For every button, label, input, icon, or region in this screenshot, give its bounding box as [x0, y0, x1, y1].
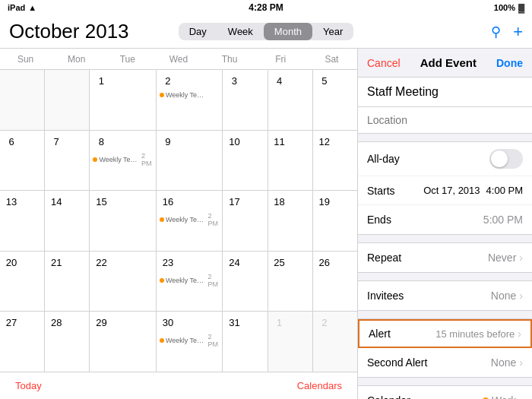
date-number: 4: [271, 73, 288, 90]
event-title-section: [358, 78, 532, 134]
second-alert-row[interactable]: Second Alert None ›: [358, 348, 532, 377]
event-dot: [160, 217, 164, 222]
date-number: 31: [226, 315, 242, 331]
calendar-cell[interactable]: 17: [223, 191, 267, 251]
calendar-cell[interactable]: 9: [157, 131, 223, 191]
event-dot: [160, 338, 164, 343]
calendar-cell[interactable]: 4: [268, 70, 312, 130]
event-text: Weekly Team Me...: [99, 156, 140, 163]
calendar-grid: 12Weekly Team...345678Weekly Team Me...2…: [0, 70, 357, 372]
event-title-input[interactable]: [358, 78, 532, 107]
today-button[interactable]: Today: [15, 380, 42, 391]
calendar-cell[interactable]: 21: [45, 252, 89, 312]
date-number: 2: [160, 73, 176, 90]
event-time: 2 PM: [208, 212, 220, 227]
date-number: 17: [226, 194, 242, 211]
day-headers: Sun Mon Tue Wed Thu Fri Sat: [0, 49, 357, 70]
calendar-cell[interactable]: 24: [223, 252, 267, 312]
calendar-cell[interactable]: 2Weekly Team...: [157, 70, 223, 130]
calendar-section: Calendar Work ›: [358, 385, 532, 399]
search-icon[interactable]: ⚲: [491, 24, 501, 40]
calendar-cell[interactable]: [0, 70, 44, 130]
calendar-row[interactable]: Calendar Work ›: [358, 386, 532, 399]
calendar-cell[interactable]: 1: [268, 312, 312, 372]
calendar-cell[interactable]: 20: [0, 252, 44, 312]
second-alert-chevron-icon: ›: [519, 356, 523, 369]
calendar-cell[interactable]: 14: [45, 191, 89, 251]
calendars-button[interactable]: Calendars: [297, 380, 342, 391]
date-number: 21: [48, 255, 65, 271]
calendar-cell[interactable]: 19: [313, 191, 357, 251]
date-number: 23: [160, 255, 176, 271]
alert-row[interactable]: Alert 15 minutes before ›: [358, 319, 532, 348]
list-item[interactable]: Weekly Team...: [160, 91, 220, 99]
calendar-cell[interactable]: 27: [0, 312, 44, 372]
date-number: 7: [48, 134, 65, 150]
repeat-section: Repeat Never ›: [358, 242, 532, 273]
event-text: Weekly Team Me...: [166, 216, 207, 223]
day-header-thu: Thu: [204, 49, 255, 70]
event-time: 2 PM: [208, 273, 220, 288]
date-number: 29: [93, 315, 109, 331]
calendar-cell[interactable]: 10: [223, 131, 267, 191]
calendar-cell[interactable]: 28: [45, 312, 89, 372]
event-panel: Cancel Add Event Done All-day Starts Oct…: [357, 49, 532, 399]
calendar-cell[interactable]: 6: [0, 131, 44, 191]
calendar-cell[interactable]: 30Weekly Team Me...2 PM: [157, 312, 223, 372]
calendar-cell[interactable]: 29: [90, 312, 156, 372]
date-number: 24: [226, 255, 242, 271]
view-btn-month[interactable]: Month: [264, 23, 312, 40]
calendar-cell[interactable]: 15: [90, 191, 156, 251]
repeat-row[interactable]: Repeat Never ›: [358, 243, 532, 272]
location-input[interactable]: [358, 107, 532, 133]
calendar-cell[interactable]: 8Weekly Team Me...2 PM: [90, 131, 156, 191]
list-item[interactable]: Weekly Team Me...2 PM: [160, 273, 220, 288]
event-dot: [160, 278, 164, 283]
calendar-cell[interactable]: 23Weekly Team Me...2 PM: [157, 252, 223, 312]
calendar-cell[interactable]: 12: [313, 131, 357, 191]
calendar-cell[interactable]: [45, 70, 89, 130]
view-btn-day[interactable]: Day: [179, 23, 217, 40]
add-icon[interactable]: +: [513, 22, 523, 42]
calendar-cell[interactable]: 2: [313, 312, 357, 372]
carrier-label: iPad: [8, 3, 25, 12]
calendar-cell[interactable]: 13: [0, 191, 44, 251]
allday-toggle[interactable]: [489, 149, 523, 169]
event-time: 2 PM: [208, 333, 220, 348]
calendar-chevron-icon: ›: [519, 394, 523, 399]
event-time: 2 PM: [141, 152, 153, 167]
date-number: 22: [93, 255, 109, 271]
calendar-cell[interactable]: 7: [45, 131, 89, 191]
day-header-fri: Fri: [255, 49, 306, 70]
date-number: 10: [226, 134, 242, 150]
list-item[interactable]: Weekly Team Me...2 PM: [160, 333, 220, 348]
date-number: 13: [3, 194, 20, 211]
starts-row[interactable]: Starts Oct 17, 2013 4:00 PM: [358, 176, 532, 205]
event-text: Weekly Team Me...: [166, 337, 207, 344]
calendar-cell[interactable]: 25: [268, 252, 312, 312]
event-text: Weekly Team...: [166, 91, 207, 99]
day-header-sun: Sun: [0, 49, 51, 70]
done-button[interactable]: Done: [496, 57, 523, 69]
status-bar: iPad ▲ 4:28 PM 100% ▓: [0, 0, 532, 15]
list-item[interactable]: Weekly Team Me...2 PM: [160, 212, 220, 227]
alert-section: Alert 15 minutes before › Second Alert N…: [358, 318, 532, 378]
calendar-cell[interactable]: 31: [223, 312, 267, 372]
calendar-cell[interactable]: 18: [268, 191, 312, 251]
day-header-sat: Sat: [306, 49, 357, 70]
calendar-cell[interactable]: 26: [313, 252, 357, 312]
calendar-cell[interactable]: 1: [90, 70, 156, 130]
calendar-cell[interactable]: 3: [223, 70, 267, 130]
repeat-chevron-icon: ›: [519, 252, 523, 264]
calendar-cell[interactable]: 5: [313, 70, 357, 130]
view-btn-week[interactable]: Week: [217, 23, 264, 40]
calendar-cell[interactable]: 22: [90, 252, 156, 312]
calendar-cell[interactable]: 11: [268, 131, 312, 191]
cancel-button[interactable]: Cancel: [367, 57, 401, 69]
second-alert-value: None: [491, 356, 516, 369]
view-btn-year[interactable]: Year: [312, 23, 353, 40]
ends-row[interactable]: Ends 5:00 PM: [358, 205, 532, 234]
list-item[interactable]: Weekly Team Me...2 PM: [93, 152, 153, 167]
calendar-cell[interactable]: 16Weekly Team Me...2 PM: [157, 191, 223, 251]
invitees-row[interactable]: Invitees None ›: [358, 281, 532, 310]
